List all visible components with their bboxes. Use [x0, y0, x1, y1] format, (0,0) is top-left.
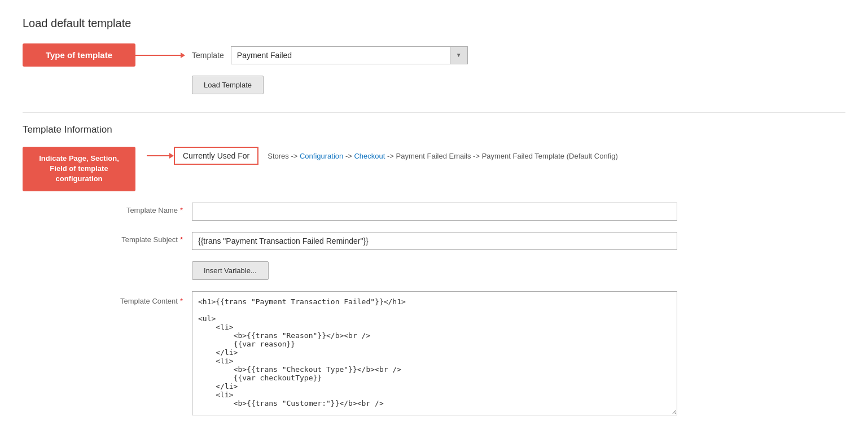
template-name-row: Template Name *: [23, 203, 845, 221]
breadcrumb-trail: Payment Failed Emails -> Payment Failed …: [396, 152, 618, 160]
insert-variable-spacer: [23, 261, 192, 265]
insert-variable-col: Insert Variable...: [192, 261, 700, 280]
breadcrumb-prefix: Stores ->: [268, 152, 300, 160]
template-select-container: Payment Failed Order Confirmation Invoic…: [231, 46, 468, 64]
load-template-row: Load Template: [192, 76, 845, 94]
currently-used-for-row: Indicate Page, Section, Field of templat…: [23, 147, 845, 191]
load-template-button[interactable]: Load Template: [192, 76, 264, 94]
breadcrumb-checkout-link[interactable]: Checkout: [354, 152, 385, 160]
template-name-required: *: [180, 206, 183, 214]
template-subject-required: *: [180, 235, 183, 244]
template-name-label-col: Template Name *: [23, 203, 192, 214]
horiz-line2: [147, 155, 169, 156]
template-content-textarea[interactable]: <h1>{{trans "Payment Transaction Failed"…: [192, 291, 677, 415]
template-field-label: Template: [185, 47, 231, 63]
template-subject-field-col: [192, 232, 700, 250]
template-content-field-col: <h1>{{trans "Payment Transaction Failed"…: [192, 291, 700, 417]
template-content-required: *: [180, 297, 183, 305]
insert-variable-row: Insert Variable...: [23, 261, 845, 280]
page-title: Load default template: [23, 17, 845, 30]
template-select[interactable]: Payment Failed Order Confirmation Invoic…: [231, 46, 468, 64]
template-name-field-col: [192, 203, 700, 221]
template-content-label-col: Template Content *: [23, 291, 192, 305]
template-subject-label-col: Template Subject *: [23, 232, 192, 244]
type-of-template-section: Type of template Template Payment Failed…: [23, 43, 845, 94]
indicate-page-badge: Indicate Page, Section, Field of templat…: [23, 147, 135, 191]
insert-variable-button[interactable]: Insert Variable...: [192, 261, 269, 280]
template-information-title: Template Information: [23, 124, 845, 135]
template-type-row: Type of template Template Payment Failed…: [23, 43, 845, 67]
breadcrumb-configuration-link[interactable]: Configuration: [300, 152, 343, 160]
connector: [135, 51, 185, 60]
template-subject-input[interactable]: [192, 232, 677, 250]
template-subject-row: Template Subject *: [23, 232, 845, 250]
connector2: [147, 151, 174, 160]
type-of-template-badge: Type of template: [23, 43, 135, 67]
template-information-section: Template Information Indicate Page, Sect…: [23, 124, 845, 417]
arrow-right2: [169, 151, 174, 160]
template-name-label: Template Name: [126, 206, 178, 214]
template-subject-label: Template Subject: [121, 235, 178, 244]
section-divider: [23, 112, 845, 113]
breadcrumb-sep1: ->: [343, 152, 354, 160]
template-content-label: Template Content: [120, 297, 178, 305]
horiz-line: [135, 55, 181, 56]
template-content-row: Template Content * <h1>{{trans "Payment …: [23, 291, 845, 417]
arrow-right: [181, 51, 185, 60]
currently-used-for-label: Currently Used For: [174, 147, 258, 165]
breadcrumb-suffix: ->: [385, 152, 396, 160]
template-name-input[interactable]: [192, 203, 677, 221]
breadcrumb: Stores -> Configuration -> Checkout -> P…: [258, 148, 617, 164]
